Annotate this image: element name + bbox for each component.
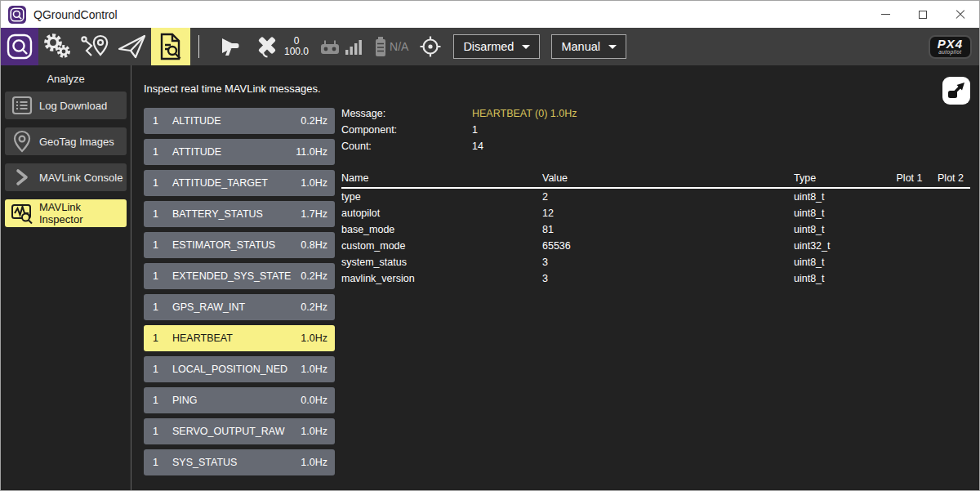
component-label: Component: bbox=[341, 122, 472, 138]
qgc-logo-icon bbox=[8, 6, 26, 24]
gps-status[interactable]: 0 100.0 bbox=[253, 28, 309, 65]
field-value: 65536 bbox=[542, 240, 794, 252]
signal-bars-icon bbox=[345, 39, 363, 55]
rc-transmitter-icon bbox=[319, 38, 341, 56]
app-body: Analyze Log Download bbox=[1, 65, 979, 490]
arm-state-dropdown[interactable]: Disarmed bbox=[453, 34, 540, 59]
gps-lock-status[interactable] bbox=[419, 28, 442, 65]
px4-autopilot-badge[interactable]: PX4 autopilot bbox=[929, 35, 972, 59]
sidebar-item-label: GeoTag Images bbox=[39, 136, 114, 148]
message-row[interactable]: 1 EXTENDED_SYS_STATE 0.2Hz bbox=[144, 263, 335, 289]
message-sysid: 1 bbox=[144, 301, 172, 313]
field-name: autopilot bbox=[341, 208, 542, 219]
qgroundcontrol-window: QGroundControl bbox=[0, 0, 980, 491]
sidebar-item-label: Log Download bbox=[39, 100, 107, 112]
waveform-magnifier-icon bbox=[5, 203, 39, 225]
minimize-icon bbox=[881, 14, 890, 16]
message-rate: 11.0Hz bbox=[296, 146, 335, 158]
message-sysid: 1 bbox=[144, 177, 172, 189]
audio-status[interactable] bbox=[218, 28, 243, 65]
settings-button[interactable] bbox=[38, 28, 76, 65]
message-name: ESTIMATOR_STATUS bbox=[172, 239, 301, 251]
message-name: BATTERY_STATUS bbox=[172, 208, 301, 220]
table-row: type 2 uint8_t bbox=[341, 189, 970, 205]
message-row[interactable]: 1 ALTITUDE 0.2Hz bbox=[144, 108, 335, 134]
message-rate: 1.0Hz bbox=[301, 177, 335, 189]
message-rate: 0.8Hz bbox=[301, 239, 335, 251]
component-info-row: Component: 1 bbox=[341, 122, 970, 138]
message-row[interactable]: 1 HEARTBEAT 1.0Hz bbox=[144, 325, 335, 351]
message-name: EXTENDED_SYS_STATE bbox=[172, 270, 301, 282]
message-sysid: 1 bbox=[144, 426, 172, 437]
px4-logo-subtext: autopilot bbox=[938, 49, 963, 55]
message-rate: 1.0Hz bbox=[301, 457, 335, 468]
message-name: ATTITUDE bbox=[172, 146, 296, 158]
qgc-home-button[interactable] bbox=[1, 28, 38, 65]
table-row: autopilot 12 uint8_t bbox=[341, 205, 970, 221]
qgc-q-icon bbox=[6, 33, 33, 60]
message-row[interactable]: 1 GPS_RAW_INT 0.2Hz bbox=[144, 294, 335, 320]
message-rate: 0.2Hz bbox=[301, 115, 335, 127]
analyze-document-icon bbox=[158, 32, 184, 61]
message-rate: 1.0Hz bbox=[301, 333, 335, 344]
message-name: SYS_STATUS bbox=[172, 457, 301, 468]
toolbar-separator bbox=[198, 35, 199, 58]
message-row[interactable]: 1 SYS_STATUS 1.0Hz bbox=[144, 449, 335, 475]
field-value: 12 bbox=[542, 208, 794, 219]
message-value: HEARTBEAT (0) 1.0Hz bbox=[472, 105, 577, 122]
table-row: mavlink_version 3 uint8_t bbox=[341, 270, 970, 287]
fields-table: Name Value Type Plot 1 Plot 2 type 2 uin… bbox=[341, 169, 970, 287]
sidebar-item-log-download[interactable]: Log Download bbox=[5, 92, 127, 119]
message-sysid: 1 bbox=[144, 208, 172, 220]
sidebar-item-mavlink-console[interactable]: MAVLink Console bbox=[5, 163, 127, 191]
maximize-button[interactable] bbox=[904, 1, 942, 28]
message-sysid: 1 bbox=[144, 239, 172, 251]
gears-icon bbox=[41, 32, 74, 61]
popout-expand-icon bbox=[942, 77, 970, 105]
popout-button[interactable] bbox=[942, 77, 970, 108]
field-name: mavlink_version bbox=[341, 273, 542, 284]
plan-button[interactable] bbox=[76, 28, 114, 65]
satellite-icon bbox=[253, 34, 281, 59]
table-row: base_mode 81 uint8_t bbox=[341, 221, 970, 238]
field-value: 3 bbox=[542, 273, 794, 284]
close-button[interactable] bbox=[942, 1, 979, 28]
paper-plane-icon bbox=[118, 33, 147, 60]
analyze-button[interactable] bbox=[151, 28, 190, 65]
message-name: HEARTBEAT bbox=[172, 333, 301, 344]
field-type: uint8_t bbox=[794, 224, 888, 235]
message-row[interactable]: 1 ESTIMATOR_STATUS 0.8Hz bbox=[144, 232, 335, 258]
message-row[interactable]: 1 SERVO_OUTPUT_RAW 1.0Hz bbox=[144, 418, 335, 444]
window-title: QGroundControl bbox=[33, 8, 118, 21]
message-row[interactable]: 1 LOCAL_POSITION_NED 1.0Hz bbox=[144, 356, 335, 382]
message-row[interactable]: 1 PING 0.0Hz bbox=[144, 387, 335, 413]
maximize-icon bbox=[919, 11, 927, 19]
message-rate: 0.2Hz bbox=[301, 270, 335, 282]
message-sysid: 1 bbox=[144, 395, 172, 406]
sidebar-item-geotag-images[interactable]: GeoTag Images bbox=[5, 127, 127, 155]
message-name: ATTITUDE_TARGET bbox=[172, 177, 301, 189]
header-plot2: Plot 2 bbox=[931, 172, 970, 184]
message-row[interactable]: 1 ATTITUDE 11.0Hz bbox=[144, 139, 335, 165]
count-label: Count: bbox=[341, 138, 472, 154]
chevron-down-icon bbox=[522, 45, 530, 49]
battery-status[interactable]: N/A bbox=[374, 28, 408, 65]
field-name: base_mode bbox=[341, 224, 542, 235]
minimize-button[interactable] bbox=[866, 1, 904, 28]
field-name: type bbox=[341, 191, 542, 203]
message-rate: 1.0Hz bbox=[301, 426, 335, 437]
rc-status[interactable] bbox=[319, 28, 363, 65]
field-type: uint8_t bbox=[794, 273, 888, 284]
flight-mode-dropdown[interactable]: Manual bbox=[551, 34, 626, 59]
message-label: Message: bbox=[341, 105, 472, 122]
message-row[interactable]: 1 ATTITUDE_TARGET 1.0Hz bbox=[144, 170, 335, 196]
fly-button[interactable] bbox=[114, 28, 151, 65]
message-name: PING bbox=[172, 395, 301, 406]
sidebar-item-mavlink-inspector[interactable]: MAVLink Inspector bbox=[5, 199, 127, 227]
message-row[interactable]: 1 BATTERY_STATUS 1.7Hz bbox=[144, 201, 335, 227]
title-bar: QGroundControl bbox=[1, 1, 979, 28]
message-sysid: 1 bbox=[144, 333, 172, 344]
header-name: Name bbox=[341, 172, 542, 184]
message-name: ALTITUDE bbox=[172, 115, 301, 127]
field-type: uint8_t bbox=[794, 208, 888, 219]
